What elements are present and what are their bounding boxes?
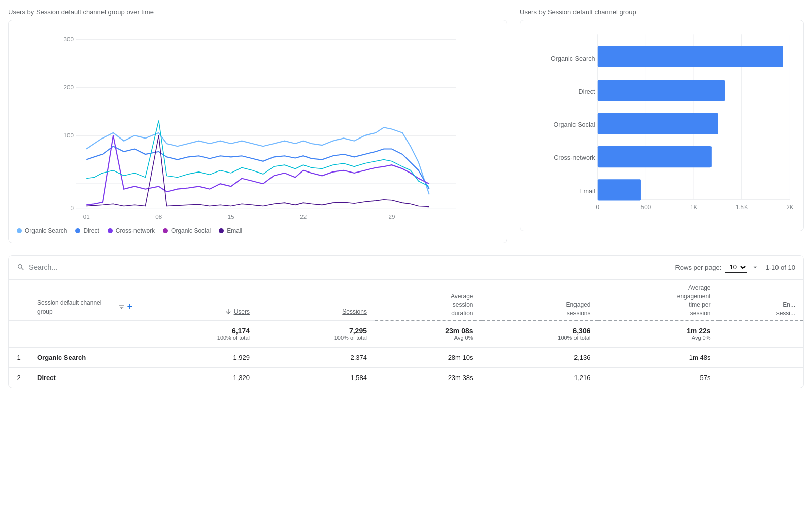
- th-avg-engagement-time-label: Averageengagementtime persession: [677, 284, 711, 317]
- svg-rect-27: [598, 46, 783, 67]
- svg-text:100: 100: [64, 132, 74, 139]
- legend-item-direct[interactable]: Direct: [75, 227, 99, 234]
- svg-text:0: 0: [70, 204, 73, 211]
- totals-users-value: 6,174: [149, 327, 250, 335]
- legend-label-cross-network: Cross-network: [116, 227, 155, 234]
- table-section: Rows per page: 10 25 50 1-10 of 10: [8, 255, 804, 388]
- th-engaged-sessions: Engagedsessions: [482, 280, 599, 320]
- svg-text:Oct: Oct: [82, 219, 91, 221]
- row-2-rank: 2: [9, 368, 29, 388]
- totals-row: 6,174 100% of total 7,295 100% of total …: [9, 320, 803, 348]
- row-2-avg-session-duration: 23m 38s: [375, 368, 482, 388]
- th-avg-session-duration-label: Averagesessionduration: [451, 293, 473, 317]
- totals-engaged-sessions-per: [719, 320, 804, 348]
- th-engaged-sessions-label: Engagedsessions: [566, 301, 590, 317]
- row-1-engaged-sessions-per: [719, 348, 804, 368]
- row-1-avg-engagement-time: 1m 48s: [598, 348, 719, 368]
- row-2-engaged-sessions-per: [719, 368, 804, 388]
- totals-users-sub: 100% of total: [149, 335, 250, 341]
- add-column-icon[interactable]: +: [127, 301, 132, 314]
- svg-text:15: 15: [228, 213, 234, 220]
- th-users[interactable]: Users: [141, 280, 258, 320]
- th-channel[interactable]: Session default channel group +: [29, 280, 141, 320]
- pagination-range: 1-10 of 10: [765, 264, 795, 271]
- svg-text:500: 500: [641, 204, 651, 210]
- rows-per-page-label: Rows per page:: [675, 264, 721, 271]
- table-controls: Rows per page: 10 25 50 1-10 of 10: [9, 256, 803, 280]
- bar-chart-wrapper: 0 500 1K 1.5K 2K Organic Search Direct O…: [520, 20, 804, 231]
- th-engaged-sessions-per-label: En...sessi...: [776, 301, 795, 317]
- svg-text:Cross-network: Cross-network: [554, 154, 595, 161]
- svg-text:Direct: Direct: [579, 88, 595, 95]
- legend-dot-cross-network: [108, 228, 113, 233]
- svg-text:Organic Search: Organic Search: [551, 55, 595, 62]
- charts-row: Users by Session default channel group o…: [8, 8, 804, 243]
- table-row: 1 Organic Search 1,929 2,374 28m 10s 2,1…: [9, 348, 803, 368]
- line-chart-container: Users by Session default channel group o…: [8, 8, 507, 243]
- totals-users: 6,174 100% of total: [141, 320, 258, 348]
- legend-label-direct: Direct: [83, 227, 99, 234]
- legend-item-cross-network[interactable]: Cross-network: [108, 227, 155, 234]
- pagination-controls: Rows per page: 10 25 50 1-10 of 10: [675, 262, 795, 273]
- data-table: Session default channel group +: [9, 280, 803, 388]
- svg-text:2K: 2K: [786, 204, 793, 210]
- line-chart-area: 300 200 100 0 01 Oct 08 15 22 29: [17, 28, 499, 221]
- search-input[interactable]: [29, 263, 181, 271]
- table-row: 2 Direct 1,320 1,584 23m 38s 1,216 57s: [9, 368, 803, 388]
- totals-sessions-value: 7,295: [266, 327, 367, 335]
- line-chart-wrapper: 300 200 100 0 01 Oct 08 15 22 29: [8, 20, 507, 243]
- th-sessions[interactable]: Sessions: [258, 280, 375, 320]
- svg-text:0: 0: [596, 204, 599, 210]
- row-2-avg-engagement-time: 57s: [598, 368, 719, 388]
- filter-icon[interactable]: [118, 304, 125, 311]
- row-1-rank: 1: [9, 348, 29, 368]
- totals-avg-engagement-time: 1m 22s Avg 0%: [598, 320, 719, 348]
- totals-avg-session-duration-value: 23m 08s: [383, 327, 473, 335]
- chevron-down-icon: [751, 263, 759, 271]
- legend-item-organic-search[interactable]: Organic Search: [17, 227, 67, 234]
- totals-avg-session-duration: 23m 08s Avg 0%: [375, 320, 482, 348]
- totals-avg-session-duration-sub: Avg 0%: [383, 335, 473, 341]
- th-sessions-label: Sessions: [342, 308, 367, 315]
- row-1-users: 1,929: [141, 348, 258, 368]
- search-icon: [17, 263, 25, 271]
- totals-engaged-sessions-value: 6,306: [490, 327, 591, 335]
- table-header-row: Session default channel group +: [9, 280, 803, 320]
- row-1-channel[interactable]: Organic Search: [29, 348, 141, 368]
- row-1-engaged-sessions: 2,136: [482, 348, 599, 368]
- th-channel-label: Session default channel group: [37, 299, 116, 316]
- th-engaged-sessions-per: En...sessi...: [719, 280, 804, 320]
- svg-text:08: 08: [155, 213, 162, 220]
- svg-text:1.5K: 1.5K: [736, 204, 748, 210]
- legend-item-email[interactable]: Email: [219, 227, 242, 234]
- svg-text:Organic Social: Organic Social: [554, 121, 595, 128]
- rows-per-page: Rows per page: 10 25 50: [675, 262, 759, 273]
- svg-text:01: 01: [83, 213, 90, 220]
- svg-text:200: 200: [64, 84, 74, 90]
- totals-sessions-sub: 100% of total: [266, 335, 367, 341]
- legend-label-organic-search: Organic Search: [25, 227, 67, 234]
- row-2-users: 1,320: [141, 368, 258, 388]
- totals-engaged-sessions-sub: 100% of total: [490, 335, 591, 341]
- svg-text:1K: 1K: [690, 204, 697, 210]
- totals-avg-engagement-time-value: 1m 22s: [606, 327, 710, 335]
- svg-text:Email: Email: [579, 188, 595, 195]
- legend-item-organic-social[interactable]: Organic Social: [163, 227, 211, 234]
- totals-rank: [9, 320, 29, 348]
- line-chart-svg: 300 200 100 0 01 Oct 08 15 22 29: [17, 28, 499, 221]
- row-2-channel[interactable]: Direct: [29, 368, 141, 388]
- legend-dot-direct: [75, 228, 80, 233]
- legend-dot-email: [219, 228, 224, 233]
- legend-label-organic-social: Organic Social: [171, 227, 211, 234]
- dashboard: Users by Session default channel group o…: [0, 0, 812, 396]
- row-2-sessions: 1,584: [258, 368, 375, 388]
- rows-per-page-select[interactable]: 10 25 50: [725, 262, 747, 273]
- sort-down-icon: [225, 308, 232, 315]
- svg-rect-33: [598, 146, 712, 167]
- svg-text:22: 22: [300, 213, 307, 220]
- th-avg-engagement-time: Averageengagementtime persession: [598, 280, 719, 320]
- bar-chart-svg: 0 500 1K 1.5K 2K Organic Search Direct O…: [528, 28, 795, 221]
- bar-chart-title: Users by Session default channel group: [520, 8, 804, 16]
- legend-label-email: Email: [227, 227, 242, 234]
- search-box[interactable]: [17, 263, 181, 271]
